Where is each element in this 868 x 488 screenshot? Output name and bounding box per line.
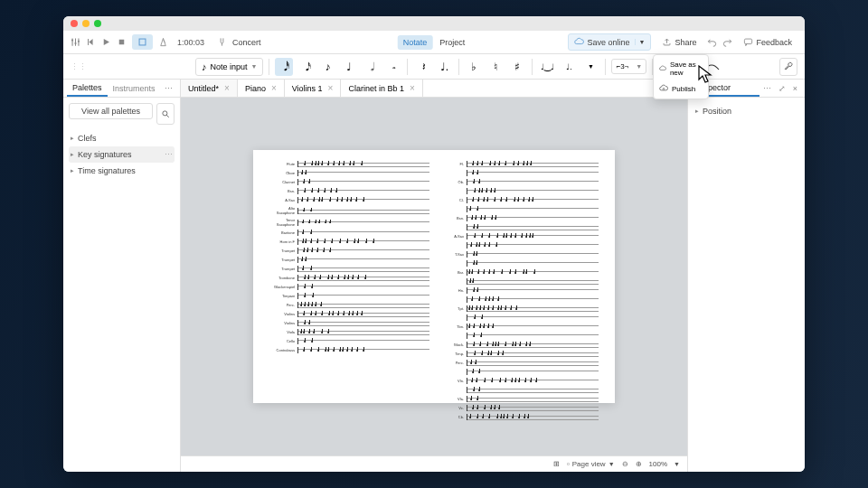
dot-button[interactable]: ♩. (435, 58, 453, 76)
svg-rect-3 (88, 39, 89, 45)
tuplet-dropdown[interactable]: ⌐3¬▼ (611, 59, 646, 74)
cloud-up-icon (659, 84, 668, 93)
svg-line-9 (166, 115, 169, 117)
view-all-palettes-button[interactable]: View all palettes (69, 103, 153, 119)
tie-button[interactable]: ♩‿♩ (538, 58, 556, 76)
project-tab[interactable]: Project (434, 35, 470, 50)
sharp-button[interactable]: ♯ (508, 58, 526, 76)
close-icon[interactable]: × (271, 83, 277, 93)
flat-button[interactable]: ♭ (465, 58, 483, 76)
zoom-out-button[interactable]: ⊖ (622, 460, 628, 468)
svg-point-2 (78, 41, 80, 42)
window-titlebar (63, 16, 805, 31)
close-icon[interactable]: × (224, 83, 230, 93)
status-bar: ⊞ ▫Page view▼ ⊖ ⊕ 100%▼ (181, 455, 687, 472)
tab-violins[interactable]: Violins 1× (285, 80, 342, 97)
palette-item-clefs[interactable]: ▸Clefs (69, 130, 175, 146)
duration-32nd[interactable]: 𝅘𝅥𝅰 (275, 58, 293, 76)
inspector-position[interactable]: ▸Position (693, 103, 799, 119)
play-icon[interactable] (101, 37, 111, 47)
expand-icon[interactable]: ⤢ (775, 84, 789, 93)
natural-button[interactable]: ♮ (486, 58, 505, 76)
zoom-in-button[interactable]: ⊕ (636, 460, 642, 468)
app-window: 1:00:03 Concert Notate Project Save onli… (63, 16, 805, 472)
palette-item-time-signatures[interactable]: ▸Time signatures (69, 163, 175, 179)
score-area: Untitled*× Piano× Violins 1× Clarinet in… (181, 80, 687, 472)
main-toolbar: 1:00:03 Concert Notate Project Save onli… (63, 31, 805, 54)
slur-button[interactable]: ♩. (560, 58, 578, 76)
palettes-tab[interactable]: Palettes (67, 80, 108, 97)
cloud-icon (659, 64, 666, 73)
instruments-tab[interactable]: Instruments (108, 81, 161, 96)
undo-icon[interactable] (707, 37, 717, 47)
svg-point-0 (71, 39, 73, 41)
duration-quarter[interactable]: ♩ (340, 58, 358, 76)
tab-clarinet[interactable]: Clarinet in Bb 1× (341, 80, 422, 97)
cloud-icon (574, 37, 584, 47)
svg-rect-5 (139, 39, 146, 45)
more-articulation[interactable]: ▼ (581, 58, 599, 76)
svg-point-1 (74, 42, 76, 44)
close-icon[interactable]: × (789, 84, 801, 93)
more-icon[interactable]: ⋯ (165, 150, 173, 159)
palettes-panel: Palettes Instruments ⋯ View all palettes… (63, 80, 181, 472)
notate-tab[interactable]: Notate (398, 35, 433, 50)
redo-icon[interactable] (722, 37, 732, 47)
maximize-window-icon[interactable] (94, 20, 101, 27)
note-input-dropdown[interactable]: ♪ Note input ▼ (195, 58, 263, 76)
zoom-level[interactable]: 100%▼ (649, 460, 680, 468)
metronome-icon[interactable] (158, 37, 168, 47)
workspace-grid-icon[interactable]: ⊞ (553, 460, 560, 468)
duration-8th[interactable]: ♪ (318, 58, 336, 76)
publish-item[interactable]: Publish (654, 80, 708, 97)
save-online-button[interactable]: Save online ▼ (568, 33, 651, 51)
drag-handle-icon[interactable]: ⋮⋮ (71, 62, 80, 71)
close-icon[interactable]: × (328, 83, 334, 93)
panel-menu-icon[interactable]: ⋯ (161, 84, 176, 93)
duration-half[interactable]: 𝅗𝅥 (362, 58, 380, 76)
share-icon (662, 37, 672, 47)
score-page: FluteOboeClarinetBsn.A.SaxAlto Saxophone… (253, 150, 615, 403)
duration-16th[interactable]: 𝅘𝅥𝅯 (297, 58, 315, 76)
share-button[interactable]: Share (656, 34, 702, 50)
mixer-icon[interactable] (71, 37, 80, 47)
rewind-icon[interactable] (86, 37, 96, 47)
save-as-new-item[interactable]: Save as new (654, 57, 708, 80)
document-tabs: Untitled*× Piano× Violins 1× Clarinet in… (181, 80, 687, 98)
concert-pitch-label[interactable]: Concert (232, 38, 261, 47)
loop-button[interactable] (132, 34, 153, 50)
search-icon (161, 109, 170, 118)
feedback-button[interactable]: Feedback (738, 34, 797, 50)
rest-button[interactable]: 𝄽 (413, 58, 431, 76)
search-palettes-button[interactable] (156, 103, 175, 125)
svg-rect-4 (119, 40, 125, 45)
svg-point-8 (163, 111, 167, 116)
panel-menu-icon[interactable]: ⋯ (760, 84, 775, 93)
close-icon[interactable]: × (410, 83, 415, 93)
tab-piano[interactable]: Piano× (238, 80, 285, 97)
chevron-down-icon[interactable]: ▼ (635, 39, 646, 45)
close-window-icon[interactable] (71, 20, 78, 27)
page-view-dropdown[interactable]: ▫Page view▼ (567, 460, 615, 468)
inspector-panel: Inspector ⋯ ⤢ × ▸Position (687, 80, 805, 472)
wrench-icon (783, 61, 794, 72)
palette-item-key-signatures[interactable]: ▸Key signatures⋯ (69, 146, 175, 163)
tuning-fork-icon[interactable] (217, 37, 227, 47)
score-canvas[interactable]: FluteOboeClarinetBsn.A.SaxAlto Saxophone… (181, 98, 687, 455)
settings-button[interactable] (779, 58, 797, 76)
chat-icon (743, 37, 753, 47)
minimize-window-icon[interactable] (82, 20, 90, 27)
duration-whole[interactable]: 𝅝 (383, 58, 401, 76)
stop-icon[interactable] (117, 37, 127, 47)
svg-rect-7 (745, 39, 752, 44)
save-dropdown-menu: Save as new Publish (653, 54, 709, 99)
tab-untitled[interactable]: Untitled*× (181, 80, 238, 97)
playback-time: 1:00:03 (174, 38, 208, 47)
